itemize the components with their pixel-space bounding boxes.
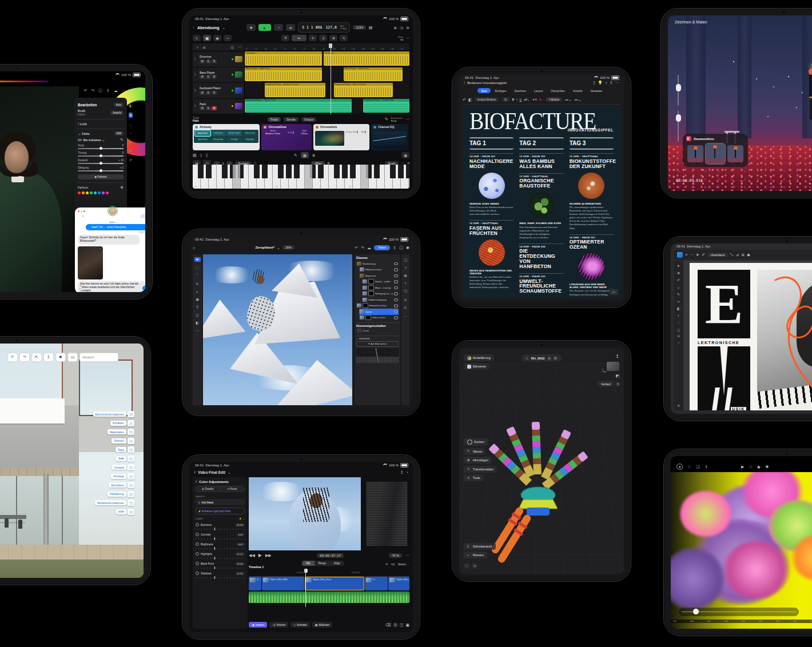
text-tool-icon[interactable]: T: [196, 305, 198, 309]
drive-knob[interactable]: Drive: [288, 131, 293, 134]
add-mask-button[interactable]: ＋ Add Mask: [196, 499, 245, 505]
share-icon[interactable]: ↥: [610, 81, 613, 85]
erase-tool-icon[interactable]: ◐: [678, 314, 680, 317]
skip-forward-icon[interactable]: ▶▶: [265, 553, 272, 557]
slider-value[interactable]: 15.46: [235, 562, 245, 566]
settings-icon[interactable]: ✱: [766, 465, 769, 469]
auto-button[interactable]: Auto: [114, 103, 124, 107]
dismiss-keyboard-icon[interactable]: ▭: [609, 289, 618, 295]
panel-button[interactable]: Schatten ◳: [110, 420, 134, 426]
adjustment-slider[interactable]: Contrast 4.41: [196, 533, 245, 540]
light-section-header[interactable]: LIGHT⚡ ⌄: [196, 517, 245, 520]
zoom-percent[interactable]: 74 %: [389, 553, 402, 558]
canvas[interactable]: [203, 254, 352, 405]
loop-icon[interactable]: ∞: [385, 562, 388, 566]
animate-button[interactable]: ◇ Animate: [290, 622, 309, 628]
more-icon[interactable]: ⋯: [615, 81, 619, 85]
remove-badge-icon[interactable]: ✕: [98, 247, 102, 251]
export-icon[interactable]: ⇱: [404, 306, 407, 310]
search-icon[interactable]: ○: [605, 81, 607, 85]
presets-icon[interactable]: ◧: [129, 103, 133, 107]
crop-tool-icon[interactable]: ⬚: [677, 320, 680, 324]
mute-button[interactable]: M: [200, 75, 205, 79]
cycle-button[interactable]: ⇄: [286, 24, 295, 31]
history-icon[interactable]: ↺: [404, 298, 407, 302]
style-control[interactable]: StyleClean: [301, 130, 308, 135]
decay-knob[interactable]: Decay Time: [346, 131, 358, 133]
lcd-display[interactable]: 5 1 1 086 127,0 4/4C maj: [298, 22, 350, 33]
export-icon[interactable]: ↥: [393, 246, 396, 250]
slider-knob[interactable]: [693, 609, 699, 614]
adjust-icon[interactable]: ◑: [404, 266, 407, 269]
abstand-input[interactable]: Abstand: [79, 353, 118, 362]
chevron-down-icon[interactable]: ⌄: [222, 26, 226, 30]
model-control[interactable]: ModelModern Tube: [265, 130, 280, 135]
file-pill[interactable]: ⌂ RH_0003 ◎ ⊖: [522, 354, 562, 362]
select-tool-icon[interactable]: ➤: [677, 263, 680, 267]
alchemy-pad[interactable]: Minimal Arp: [211, 137, 226, 142]
pen-tool-icon[interactable]: ✐: [677, 278, 680, 282]
masking-icon[interactable]: ◐: [130, 141, 132, 144]
track-header[interactable]: 3 Keyboard Player MSR: [193, 83, 244, 99]
daumenkino-panel[interactable]: Daumenkino: [683, 134, 748, 167]
skip-back-icon[interactable]: ◀◀: [249, 553, 255, 557]
verlauf-button[interactable]: Verlauf: [598, 381, 614, 387]
video-clip[interactable]: S…: [365, 577, 388, 590]
info-icon[interactable]: ⓘ: [98, 89, 102, 93]
info-icon[interactable]: ⓘ: [404, 289, 407, 294]
versions-icon[interactable]: ≡: [130, 149, 132, 153]
ribbon-tab[interactable]: Verweise: [587, 88, 606, 93]
region[interactable]: Drummer: [324, 51, 409, 66]
pan-icon[interactable]: ✛: [472, 563, 477, 569]
move-tool-icon[interactable]: ✥: [329, 35, 337, 41]
cd-icon[interactable]: ◎: [230, 45, 234, 50]
plugin-chromaverb[interactable]: ChromaVerb Decay Time Wet: [313, 124, 370, 150]
color-dot[interactable]: [90, 191, 93, 194]
faders-icon[interactable]: ≣: [312, 153, 316, 157]
adjustment-slider[interactable]: Brightness 9.07: [196, 542, 245, 550]
project-title[interactable]: Video Final Edit: [198, 470, 225, 474]
share-icon[interactable]: ↥: [43, 353, 54, 362]
slider-knob[interactable]: [99, 162, 102, 165]
white-balance-row[interactable]: WA Wie Aufnahme ⌄ ✎: [78, 138, 124, 142]
reset-button[interactable]: ↺ Reset: [221, 486, 245, 492]
share-icon[interactable]: ↥: [400, 470, 404, 474]
eyedropper-icon[interactable]: ✎: [677, 292, 680, 296]
lasso-tool-icon[interactable]: ⌒: [196, 273, 200, 278]
transform-icon[interactable]: ⤡: [730, 253, 734, 257]
mode-clip[interactable]: Clip: [302, 561, 315, 566]
tools-tool[interactable]: ✕Tools: [464, 474, 484, 481]
facetime-icon[interactable]: [141, 214, 145, 218]
panel-button[interactable]: Tags ◳: [116, 446, 134, 453]
alchemy-pad[interactable]: Dark Arp: [226, 137, 242, 142]
track-header[interactable]: 2 Bass Player MSR: [193, 67, 244, 83]
cloud-icon[interactable]: ☁: [367, 246, 371, 250]
zoom-tool-icon[interactable]: ○: [678, 341, 680, 345]
animation-frame[interactable]: [727, 145, 743, 162]
move-tool-icon[interactable]: ✥: [677, 271, 680, 275]
enhance-button[interactable]: ⚡ Enhance Light and Color: [196, 508, 245, 514]
visibility-eye-icon[interactable]: [394, 310, 398, 314]
panel-button[interactable]: Materialien ◳: [108, 429, 134, 435]
undo-icon[interactable]: ↶: [83, 89, 87, 93]
brush-size-slider[interactable]: [678, 75, 679, 106]
adjustment-slider[interactable]: Tönung0: [78, 151, 124, 157]
record-enable-button[interactable]: R: [212, 106, 217, 110]
mute-button[interactable]: M: [200, 59, 205, 63]
farbe-section-header[interactable]: ⌄ Farbe S/W: [78, 131, 124, 135]
curves-graph[interactable]: [356, 348, 399, 363]
history-clock-icon[interactable]: ◷: [616, 382, 619, 386]
layer-row[interactable]: Anpassen: [359, 273, 399, 279]
count-in-button[interactable]: 1234: [353, 25, 365, 30]
automation-mode[interactable]: AutomationRead: [391, 117, 403, 122]
elemente-chip[interactable]: Elemente: [464, 363, 489, 370]
drag-on-image-button[interactable]: ✛ Auf Bild ziehen: [356, 341, 399, 347]
more-icon[interactable]: ⋯: [405, 117, 409, 121]
visibility-eye-icon[interactable]: [394, 304, 398, 307]
audio-track[interactable]: [249, 592, 409, 603]
alchemy-pad[interactable]: Synth Pluck: [195, 137, 210, 142]
panel-button[interactable]: Szenen ◳: [112, 438, 134, 444]
visibility-eye-icon[interactable]: [394, 280, 398, 283]
transformation-tool[interactable]: ◇Transformation: [464, 466, 497, 473]
slider-track[interactable]: [78, 170, 124, 171]
